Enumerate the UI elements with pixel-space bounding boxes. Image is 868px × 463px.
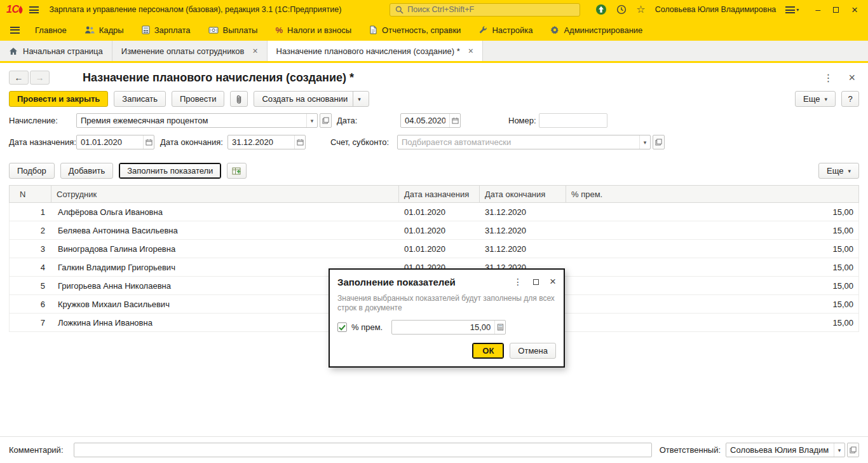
- chevron-down-icon[interactable]: ▾: [306, 114, 317, 127]
- end-date-cell[interactable]: 31.12.2020: [480, 226, 566, 235]
- create-based-on-button[interactable]: Создать на основании▾: [254, 91, 369, 107]
- minimize-icon[interactable]: –: [815, 5, 820, 14]
- table-more-button[interactable]: Еще▾: [818, 163, 859, 179]
- accrual-combobox[interactable]: ▾: [76, 113, 318, 128]
- close-icon[interactable]: ×: [851, 4, 858, 15]
- menu-item-salary[interactable]: Зарплата: [133, 19, 200, 41]
- comment-input[interactable]: [74, 443, 651, 457]
- table-row[interactable]: 1 Алфёрова Ольга Ивановна 01.01.2020 31.…: [10, 203, 858, 221]
- forward-button[interactable]: →: [30, 71, 50, 85]
- restore-icon[interactable]: [833, 7, 839, 13]
- menu-item-payments[interactable]: Выплаты: [200, 19, 267, 41]
- history-icon[interactable]: [616, 4, 627, 15]
- indicator-value-input[interactable]: [392, 321, 494, 334]
- tab-salary-change[interactable]: Изменение оплаты сотрудников ×: [112, 41, 268, 61]
- pick-button[interactable]: Подбор: [9, 163, 55, 179]
- ok-button[interactable]: ОК: [472, 343, 504, 359]
- assign-date-field[interactable]: [76, 135, 154, 149]
- employee-cell[interactable]: Беляева Антонина Васильевна: [51, 226, 399, 235]
- end-date-cell[interactable]: 31.12.2020: [480, 207, 566, 217]
- responsible-input[interactable]: [726, 443, 834, 457]
- accrual-open-button[interactable]: [320, 113, 332, 128]
- tab-home[interactable]: Начальная страница: [0, 41, 112, 61]
- account-combobox[interactable]: ▾: [397, 135, 651, 149]
- more-button[interactable]: Еще▾: [795, 91, 836, 107]
- main-menu-icon[interactable]: [28, 5, 40, 15]
- percent-cell[interactable]: 15,00: [566, 318, 858, 328]
- search-input[interactable]: [407, 5, 574, 14]
- account-label: Счет, субконто:: [330, 137, 389, 147]
- percent-cell[interactable]: 15,00: [566, 244, 858, 254]
- chevron-down-icon[interactable]: ▾: [639, 135, 650, 149]
- menu-item-administration[interactable]: Администрирование: [541, 19, 651, 41]
- date-input[interactable]: [401, 114, 449, 127]
- add-button[interactable]: Добавить: [60, 163, 113, 179]
- user-name[interactable]: Соловьева Юлия Владимировна: [655, 5, 776, 14]
- cancel-button[interactable]: Отмена: [510, 343, 556, 359]
- header-assign-date[interactable]: Дата назначения: [399, 186, 480, 202]
- indicator-value-field[interactable]: [391, 320, 506, 335]
- percent-cell[interactable]: 15,00: [566, 281, 858, 291]
- employee-cell[interactable]: Виноградова Галина Игоревна: [51, 244, 399, 254]
- calendar-icon[interactable]: [294, 135, 305, 149]
- fill-table-icon-button[interactable]: [227, 163, 247, 179]
- percent-cell[interactable]: 15,00: [566, 207, 858, 217]
- sections-panel-icon[interactable]: [4, 27, 26, 34]
- dialog-close-icon[interactable]: ×: [550, 275, 556, 288]
- date-field[interactable]: [400, 113, 461, 128]
- panels-menu-icon[interactable]: ▾: [785, 6, 799, 13]
- assign-date-input[interactable]: [77, 135, 143, 149]
- calendar-icon[interactable]: [143, 135, 154, 149]
- back-button[interactable]: ←: [9, 71, 29, 85]
- assign-date-cell[interactable]: 01.01.2020: [399, 207, 480, 217]
- assign-date-cell[interactable]: 01.01.2020: [399, 244, 480, 254]
- menu-item-personnel[interactable]: Кадры: [76, 19, 133, 41]
- table-row[interactable]: 2 Беляева Антонина Васильевна 01.01.2020…: [10, 221, 858, 240]
- percent-cell[interactable]: 15,00: [566, 300, 858, 309]
- global-search[interactable]: [390, 3, 580, 17]
- attachments-button[interactable]: [230, 91, 248, 107]
- assign-date-cell[interactable]: 01.01.2020: [399, 226, 480, 235]
- end-date-cell[interactable]: 31.12.2020: [480, 244, 566, 254]
- number-input[interactable]: [539, 114, 607, 127]
- menu-item-taxes[interactable]: % Налоги и взносы: [266, 19, 360, 41]
- close-form-icon[interactable]: ×: [848, 71, 855, 85]
- header-n[interactable]: N: [10, 186, 51, 202]
- responsible-combobox[interactable]: ▾: [726, 443, 845, 457]
- write-button[interactable]: Записать: [114, 91, 166, 107]
- header-end-date[interactable]: Дата окончания: [480, 186, 566, 202]
- employee-cell[interactable]: Алфёрова Ольга Ивановна: [51, 207, 399, 217]
- indicator-checkbox[interactable]: [337, 322, 347, 332]
- online-support-icon[interactable]: [595, 4, 607, 15]
- account-input[interactable]: [398, 135, 639, 149]
- help-button[interactable]: ?: [841, 91, 859, 107]
- menu-item-main[interactable]: Главное: [26, 19, 76, 41]
- favorites-icon[interactable]: ☆: [636, 4, 645, 15]
- menu-item-reports[interactable]: Отчетность, справки: [360, 19, 470, 41]
- percent-cell[interactable]: 15,00: [566, 263, 858, 272]
- calculator-icon[interactable]: [494, 321, 505, 334]
- close-tab-icon[interactable]: ×: [252, 46, 257, 55]
- header-employee[interactable]: Сотрудник: [51, 186, 399, 202]
- fill-indicators-button[interactable]: Заполнить показатели: [119, 163, 221, 179]
- end-date-field[interactable]: [227, 135, 306, 149]
- tab-planned-accrual[interactable]: Назначение планового начисления (создани…: [268, 41, 483, 61]
- form-more-icon[interactable]: ⋮: [823, 72, 833, 84]
- accrual-input[interactable]: [77, 114, 306, 127]
- comment-field[interactable]: [74, 443, 652, 457]
- dialog-maximize-icon[interactable]: [533, 277, 539, 287]
- post-button[interactable]: Провести: [172, 91, 225, 107]
- close-tab-icon[interactable]: ×: [468, 46, 473, 55]
- chevron-down-icon[interactable]: ▾: [834, 443, 844, 457]
- table-row[interactable]: 3 Виноградова Галина Игоревна 01.01.2020…: [10, 240, 858, 258]
- header-percent[interactable]: % прем.: [566, 186, 858, 202]
- number-field[interactable]: [539, 113, 607, 128]
- dialog-more-icon[interactable]: ⋮: [513, 277, 522, 287]
- responsible-open-button[interactable]: [847, 443, 859, 457]
- post-and-close-button[interactable]: Провести и закрыть: [9, 91, 108, 107]
- menu-item-settings[interactable]: Настройка: [470, 19, 541, 41]
- percent-cell[interactable]: 15,00: [566, 226, 858, 235]
- account-open-button[interactable]: [653, 135, 665, 149]
- calendar-icon[interactable]: [449, 114, 460, 127]
- end-date-input[interactable]: [228, 135, 294, 149]
